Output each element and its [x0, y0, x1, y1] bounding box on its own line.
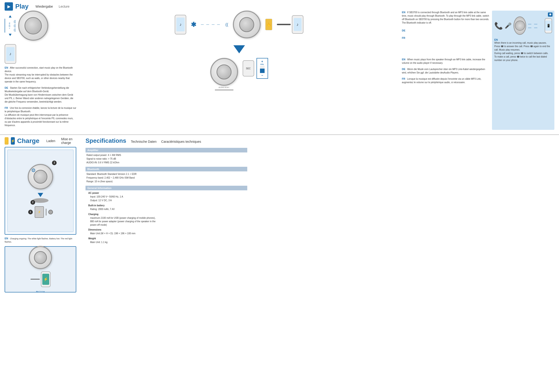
charge-note-text: Charging ongoing: The white light flashe… — [5, 237, 72, 243]
spec-dimensions-value: Main Unit (W × H × D): 198 × 196 × 100 m… — [87, 232, 247, 235]
de-instruction-1b: Die Musikübertragung kann von Hinderniss… — [5, 93, 76, 103]
charge-diagram-inner: 3 ⚙ — [7, 150, 74, 232]
fr-instruction-3: Lorsque la musique est diffusée depuis l… — [402, 78, 481, 84]
lang-de-3: DE — [402, 68, 405, 71]
spec-audio-in: AUDIO-IN: 0.6 V RMS 22 kOhm — [85, 161, 247, 164]
play-title: Play — [15, 3, 29, 10]
spec-charging-group: Charging maximum 2100 mA for USB (power … — [85, 212, 247, 227]
lang-fr-1: FR — [5, 107, 8, 109]
spec-bt-standard: Standard: Bluetooth Standard Version 2.1… — [85, 172, 247, 176]
spec-battery-group: Built-in battery Rating: 2000 mAh, 7.4V — [85, 204, 247, 211]
spec-general-label: General Information — [85, 186, 247, 190]
specs-header: Specifications Technische Daten Caractér… — [85, 137, 554, 144]
spec-ac-label: AC power — [87, 191, 247, 195]
signal-waves: (( — [225, 22, 228, 27]
en-instruction-1: After successful connection, start music… — [5, 66, 73, 73]
spec-ac-input: Input: 100-240 V~ 50/60 Hz, 1 A — [87, 195, 247, 199]
spec-bt-frequency: Frequency band: 2,402 ~ 2,480 GHz ISM Ba… — [85, 176, 247, 180]
call-phone: 📱 — [545, 18, 552, 33]
spec-amplifier-group: Amplifier Rated output power: 4 × 4W RMS… — [85, 148, 247, 164]
play-right-text: EN If SB3700 is connected through Blueto… — [402, 11, 490, 130]
spec-weight-group: Weight Main Unit: 1.1 kg — [85, 237, 247, 244]
spec-bt-range: Range: 10 m (free space) — [85, 180, 247, 183]
lang-fr-3: FR — [402, 77, 405, 80]
spec-bluetooth-label: Bluetooth — [85, 167, 247, 171]
spec-snr: Signal to noise ratio: > 75 dB — [85, 157, 247, 161]
spec-general-group: General Information AC power Input: 100-… — [85, 186, 247, 244]
specs-subtitle1: Technische Daten — [131, 140, 157, 144]
volume-indicator: + VOL − — [257, 58, 268, 79]
phone-left: ♪ — [175, 15, 186, 34]
charge-subtitle1: Laden — [46, 139, 55, 143]
bottom-speaker — [210, 58, 238, 86]
play-left-col: ≈ 10 m (( (( (( — [5, 11, 76, 130]
charge-section: ⚡ ⚡ Charge Laden Mise en charge 3 ⚙ — [5, 137, 76, 292]
fr-instruction-1: Une fois la connexion établie, lancez la… — [5, 107, 76, 113]
spec-charging-label: Charging — [87, 212, 247, 216]
play-subtitle2: Lecture — [59, 5, 70, 8]
charge-speaker: ⚙ — [28, 164, 53, 189]
specs-content: Amplifier Rated output power: 4 × 4W RMS… — [85, 148, 247, 244]
charge-base-area: 2 — [32, 198, 48, 203]
en-instruction-2: If SB3700 is connected through Bluetooth… — [402, 11, 489, 24]
lang-en-1: EN — [5, 66, 8, 69]
center-speaker — [233, 11, 261, 38]
lang-en-charge: EN — [5, 237, 8, 240]
specs-title: Specifications — [85, 137, 126, 144]
call-diagram: 📞 🎤 — — — — 📱 — [494, 16, 552, 35]
signal-dashes: — — — — — [201, 23, 221, 26]
charge-diagram-box: 3 ⚙ — [5, 147, 76, 235]
charge-arrow — [38, 193, 43, 197]
play-header: ▶ Play Wiedergabe Lecture — [5, 2, 554, 11]
audio-in-label: AUDIO IN ●○ — [219, 86, 230, 89]
charge-en-note: EN Charging ongoing: The white light fla… — [5, 237, 76, 244]
de-instruction-1: Starten Sie nach erfolgreicher Verbindun… — [5, 87, 69, 93]
fr-instruction-1b: La diffusion de musique peut être interr… — [5, 113, 76, 127]
en-instruction-3: When music plays from the speaker throug… — [402, 58, 485, 64]
bt-corner-icon: ✱ — [548, 12, 552, 17]
spec-weight-label: Weight — [87, 237, 247, 240]
specs-section: Specifications Technische Daten Caractér… — [85, 137, 554, 292]
spec-ac-output: Output: 12 V DC, 3 A — [87, 199, 247, 202]
call-section-box: ✱ 📞 🎤 — — — — 📱 — [492, 11, 554, 130]
spec-battery-label: Built-in battery — [87, 204, 247, 207]
spec-bluetooth-group: Bluetooth Standard: Bluetooth Standard V… — [85, 167, 247, 183]
en-instruction-1b: The music streaming may be interrupted b… — [5, 73, 76, 83]
spec-amplifier-label: Amplifier — [85, 148, 247, 153]
de-instruction-3: Wenn die Musik vom Lautsprecher über ein… — [402, 68, 485, 74]
arrow-down — [233, 45, 245, 53]
lang-fr-2: FR — [402, 36, 405, 39]
charge-icon-2: ⚡ — [11, 137, 15, 145]
spec-dimensions-group: Dimensions Main Unit (W × H × D): 198 × … — [85, 228, 247, 235]
play-diagram-top: ♪ ✱ — — — — (( — [175, 11, 303, 38]
charging-phone: ⚡ — [41, 271, 51, 287]
spec-ac-power-group: AC power Input: 100-240 V~ 50/60 Hz, 1 A… — [85, 191, 247, 202]
lang-en-3: EN — [402, 58, 405, 61]
lang-en-2: EN — [402, 11, 405, 14]
bluetooth-symbol: ✱ — [191, 21, 196, 28]
spec-weight-value: Main Unit: 1.1 kg — [87, 240, 247, 244]
lang-de-1: DE — [5, 86, 8, 89]
play-diagram-bottom: AUDIO IN ●○ SEC + VOL — [210, 58, 268, 90]
charge-subtitle2: Mise en charge — [61, 137, 73, 145]
play-section: ▶ Play Wiedergabe Lecture ≈ 10 m (( — [0, 0, 559, 135]
call-speaker — [513, 16, 526, 35]
charge-title: Charge — [17, 137, 39, 145]
charge-bottom-speaker — [29, 246, 52, 269]
spec-battery-rating: Rating: 2000 mAh, 7.4V — [87, 207, 247, 211]
audio-device: SEC — [243, 60, 254, 76]
spec-dimensions-label: Dimensions — [87, 228, 247, 232]
phone-illustration: ♪ — [5, 44, 16, 64]
usb-label: 5V / 2.1A — [36, 291, 45, 293]
charge-bottom-box: ⚡ 5V / 2.1A — [5, 246, 76, 292]
power-adapter-area: 1 ⚡ — [28, 206, 53, 218]
spec-charging-detail: maximum 2100 mA for USB (power charging … — [87, 216, 157, 227]
charge-header: ⚡ ⚡ Charge Laden Mise en charge — [5, 137, 76, 145]
charge-icon-1: ⚡ — [5, 137, 9, 145]
lang-en-call: EN — [494, 38, 498, 41]
play-subtitle1: Wiedergabe — [36, 5, 53, 8]
play-center-col: ♪ ✱ — — — — (( — [79, 11, 400, 130]
phone-cable: ♪ — [292, 15, 303, 34]
speaker-illustration — [18, 11, 48, 41]
lang-de-2: DE — [402, 29, 405, 32]
